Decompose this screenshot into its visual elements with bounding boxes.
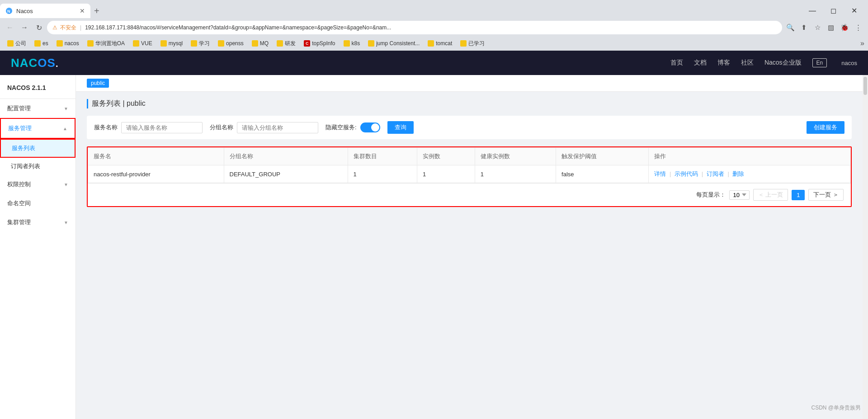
sidebar-service-management-section: → 服务管理 ▲ → 服务列表 订阅者列表 — [0, 118, 75, 175]
bookmark-icon[interactable]: ☆ — [811, 21, 824, 34]
sidebar-item-subscriber-list[interactable]: 订阅者列表 — [0, 158, 75, 175]
sidebar-item-namespace[interactable]: 命名空间 — [0, 194, 75, 213]
namespace-public-tag[interactable]: public — [87, 79, 109, 88]
bookmark-label: tomcat — [436, 40, 452, 47]
col-cluster-count: 集群数目 — [348, 148, 417, 165]
restore-button[interactable]: ◻ — [823, 4, 844, 18]
namespace-bar: public — [76, 75, 863, 92]
sidebar-item-service-list[interactable]: 服务列表 — [0, 139, 75, 158]
sidebar-item-config-management[interactable]: 配置管理 ▼ — [0, 99, 75, 118]
bookmark-vue[interactable]: VUE — [129, 39, 156, 47]
bookmark-label: k8s — [352, 40, 360, 47]
chevron-up-icon: ▲ — [63, 126, 67, 131]
close-button[interactable]: ✕ — [844, 4, 864, 18]
bookmark-folder-icon — [344, 40, 350, 47]
group-name-search-group: 分组名称 — [210, 122, 318, 133]
bookmark-learned[interactable]: 已学习 — [457, 39, 488, 48]
query-button[interactable]: 查询 — [387, 121, 414, 134]
bookmark-label: topSpInfo — [312, 40, 335, 47]
bookmark-study[interactable]: 学习 — [187, 39, 213, 48]
bookmarks-bar: 公司 es nacos 华润置地OA VUE mysql 学习 openss — [0, 37, 868, 51]
nav-enterprise[interactable]: Nacos企业版 — [764, 59, 802, 67]
cell-cluster-count: 1 — [348, 165, 417, 183]
table-row: nacos-restful-provider DEFAULT_GROUP 1 1… — [88, 165, 851, 183]
bookmark-tomcat[interactable]: tomcat — [424, 39, 456, 47]
chevron-down-icon: ▼ — [64, 182, 68, 187]
split-screen-icon[interactable]: ▨ — [825, 21, 837, 34]
tab-close-button[interactable]: ✕ — [80, 7, 85, 14]
bookmarks-more-button[interactable]: » — [860, 39, 864, 47]
csdn-icon: C — [304, 40, 310, 47]
back-button[interactable]: ← — [4, 21, 16, 34]
bookmark-folder-icon — [218, 40, 224, 47]
service-table-wrapper: 服务名 分组名称 集群数目 实例数 健康实例数 触发保护阈值 操作 — [87, 146, 852, 207]
page-1-button[interactable]: 1 — [792, 190, 805, 200]
bookmark-mysql[interactable]: mysql — [157, 39, 186, 47]
bookmark-nacos[interactable]: nacos — [53, 39, 83, 47]
bookmark-topspinfo[interactable]: C topSpInfo — [300, 39, 339, 47]
subscriber-link[interactable]: 订阅者 — [707, 170, 724, 177]
chevron-down-icon: ▼ — [64, 220, 68, 225]
service-name-input[interactable] — [121, 122, 203, 133]
prev-page-button[interactable]: ＜ 上一页 — [753, 189, 788, 201]
new-tab-button[interactable]: + — [94, 6, 99, 15]
cell-healthy-count: 1 — [475, 165, 556, 183]
bookmark-label: openss — [226, 40, 244, 47]
content-area: public 服务列表 | public 服务名称 — [76, 75, 863, 419]
address-bar[interactable]: ⚠ 不安全 | 192.168.187.171:8848/nacos/#/ser… — [47, 21, 782, 34]
group-name-input[interactable] — [237, 122, 318, 133]
minimize-button[interactable]: — — [802, 4, 823, 18]
bookmark-k8s[interactable]: k8s — [340, 39, 364, 47]
bookmark-folder-icon — [368, 40, 374, 47]
nav-docs[interactable]: 文档 — [694, 59, 707, 67]
forward-button[interactable]: → — [18, 21, 31, 34]
table-header: 服务名 分组名称 集群数目 实例数 健康实例数 触发保护阈值 操作 — [88, 148, 851, 165]
page-size-select[interactable]: 10 20 50 — [729, 190, 750, 200]
bookmark-folder-icon — [34, 40, 41, 47]
active-tab[interactable]: N Nacos ✕ — [0, 4, 90, 18]
hide-empty-toggle-group: 隐藏空服务: — [326, 122, 380, 132]
bookmark-folder-icon — [460, 40, 467, 47]
next-page-button[interactable]: 下一页 ＞ — [808, 189, 844, 201]
bookmark-mq[interactable]: MQ — [248, 39, 272, 47]
bookmark-huarun[interactable]: 华润置地OA — [84, 39, 128, 48]
bookmark-es[interactable]: es — [31, 39, 52, 47]
bookmark-label: 已学习 — [468, 40, 485, 47]
bookmark-openss[interactable]: openss — [214, 39, 247, 47]
search-icon[interactable]: 🔍 — [784, 21, 797, 34]
toolbar-actions: 🔍 ⬆ ☆ ▨ 🐞 ⋮ — [784, 21, 864, 34]
example-code-link[interactable]: 示例代码 — [675, 170, 698, 177]
bookmark-jump[interactable]: jump Consistent... — [364, 39, 423, 47]
right-scrollbar[interactable] — [863, 75, 868, 419]
share-icon[interactable]: ⬆ — [797, 21, 810, 34]
sidebar-item-cluster-management[interactable]: 集群管理 ▼ — [0, 213, 75, 232]
nacos-nav: 首页 文档 博客 社区 Nacos企业版 En nacos — [670, 58, 857, 67]
col-actions: 操作 — [649, 148, 851, 165]
refresh-button[interactable]: ↻ — [33, 21, 45, 34]
scrollbar-thumb[interactable] — [863, 77, 867, 95]
menu-icon[interactable]: ⋮ — [852, 21, 864, 34]
detail-link[interactable]: 详情 — [654, 170, 666, 177]
service-name-label: 服务名称 — [94, 123, 118, 132]
nav-home[interactable]: 首页 — [670, 59, 683, 67]
window-controls: — ◻ ✕ — [802, 4, 868, 18]
language-button[interactable]: En — [812, 58, 827, 67]
tab-title: Nacos — [16, 8, 76, 14]
bookmark-folder-icon — [252, 40, 258, 47]
hide-empty-toggle[interactable] — [360, 122, 380, 132]
delete-link[interactable]: 删除 — [732, 170, 744, 177]
sidebar-item-service-management[interactable]: 服务管理 ▲ — [0, 118, 75, 139]
bookmark-gongsi[interactable]: 公司 — [4, 39, 30, 48]
sidebar-item-access-control[interactable]: 权限控制 ▼ — [0, 175, 75, 194]
content-scroll-wrapper: public 服务列表 | public 服务名称 — [76, 75, 868, 419]
nav-community[interactable]: 社区 — [741, 59, 754, 67]
cell-group-name: DEFAULT_GROUP — [224, 165, 348, 183]
extensions-icon[interactable]: 🐞 — [838, 21, 851, 34]
nav-blog[interactable]: 博客 — [717, 59, 730, 67]
bookmark-folder-icon — [7, 40, 14, 47]
cell-actions: 详情 | 示例代码 | 订阅者 | 删除 — [649, 165, 851, 183]
browser-toolbar: ← → ↻ ⚠ 不安全 | 192.168.187.171:8848/nacos… — [0, 18, 868, 37]
create-service-button[interactable]: 创建服务 — [807, 121, 844, 134]
bookmark-folder-icon — [160, 40, 167, 47]
bookmark-yanfa[interactable]: 研发 — [273, 39, 299, 48]
